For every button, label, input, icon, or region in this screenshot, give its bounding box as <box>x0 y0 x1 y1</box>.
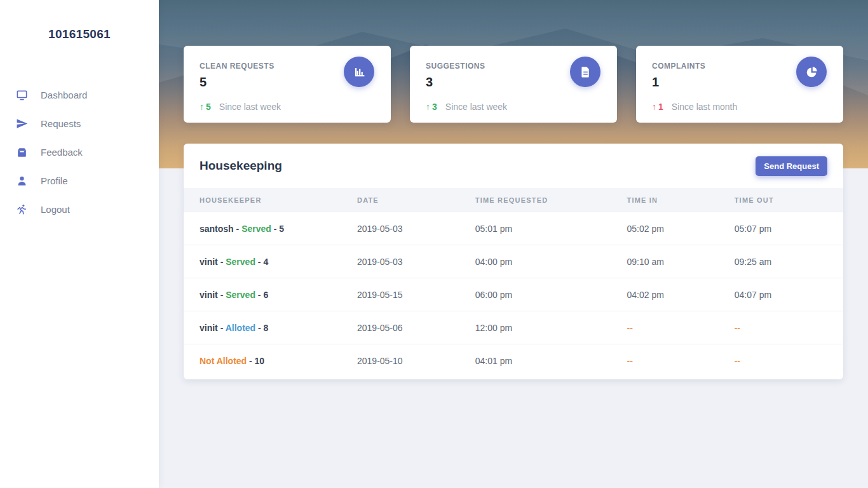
stats-row: CLEAN REQUESTS 5 ↑5 Since last week <box>184 46 843 123</box>
time-in-cell: -- <box>627 311 735 344</box>
time-requested-cell: 12:00 pm <box>475 311 627 344</box>
content: CLEAN REQUESTS 5 ↑5 Since last week <box>159 0 868 379</box>
sidebar-item-profile[interactable]: Profile <box>0 166 159 194</box>
date-cell: 2019-05-03 <box>357 245 475 278</box>
housekeeping-header: Housekeeping Send Request <box>184 144 843 188</box>
sidebar-item-requests[interactable]: Requests <box>0 109 159 137</box>
document-icon <box>570 57 600 87</box>
arrow-up-icon: ↑ <box>200 102 204 112</box>
arrow-up-icon: ↑ <box>652 102 656 112</box>
time-out-cell: 04:07 pm <box>735 278 843 311</box>
table-row: vinit - Served - 6 2019-05-15 06:00 pm 0… <box>184 278 843 311</box>
app-root: 101615061 Dashboard Requests <box>0 0 868 488</box>
sidebar-item-label: Feedback <box>41 147 83 158</box>
delta-value: 3 <box>432 102 437 112</box>
sidebar-item-label: Logout <box>41 204 70 215</box>
stat-footer: ↑1 Since last month <box>652 102 737 112</box>
date-cell: 2019-05-06 <box>357 311 475 344</box>
housekeeping-table: HOUSEKEEPER DATE TIME REQUESTED TIME IN … <box>184 188 843 377</box>
arrow-up-icon: ↑ <box>426 102 430 112</box>
time-out-cell: 05:07 pm <box>735 212 843 245</box>
housekeeper-cell: vinit - Served - 4 <box>184 245 357 278</box>
column-header-time-in: TIME IN <box>627 188 735 212</box>
time-in-cell: 09:10 am <box>627 245 735 278</box>
housekeeping-panel: Housekeeping Send Request HOUSEKEEPER DA… <box>184 144 843 379</box>
stat-footer: ↑3 Since last week <box>426 102 507 112</box>
table-row: vinit - Served - 4 2019-05-03 04:00 pm 0… <box>184 245 843 278</box>
housekeeping-table-body: santosh - Served - 5 2019-05-03 05:01 pm… <box>184 212 843 377</box>
user-icon <box>15 174 28 187</box>
table-row: Not Alloted - 10 2019-05-10 04:01 pm -- … <box>184 344 843 377</box>
time-in-cell: 04:02 pm <box>627 278 735 311</box>
housekeeper-cell: Not Alloted - 10 <box>184 344 357 377</box>
date-cell: 2019-05-15 <box>357 278 475 311</box>
delta-caption: Since last week <box>445 102 507 112</box>
column-header-housekeeper: HOUSEKEEPER <box>184 188 357 212</box>
main-area: CLEAN REQUESTS 5 ↑5 Since last week <box>159 0 868 488</box>
date-cell: 2019-05-03 <box>357 212 475 245</box>
sidebar-item-logout[interactable]: Logout <box>0 195 159 223</box>
time-in-cell: 05:02 pm <box>627 212 735 245</box>
sidebar-menu: Dashboard Requests Fee <box>0 81 159 223</box>
time-out-cell: 09:25 am <box>735 245 843 278</box>
sidebar-item-dashboard[interactable]: Dashboard <box>0 81 159 109</box>
time-requested-cell: 05:01 pm <box>475 212 627 245</box>
date-cell: 2019-05-10 <box>357 344 475 377</box>
delta-caption: Since last week <box>219 102 281 112</box>
stat-card-clean-requests: CLEAN REQUESTS 5 ↑5 Since last week <box>184 46 391 123</box>
sidebar-item-label: Profile <box>41 175 68 186</box>
column-header-time-requested: TIME REQUESTED <box>475 188 627 212</box>
time-requested-cell: 04:00 pm <box>475 245 627 278</box>
delta-value: 5 <box>206 102 211 112</box>
sidebar-item-feedback[interactable]: Feedback <box>0 138 159 166</box>
time-out-cell: -- <box>735 311 843 344</box>
housekeeper-cell: santosh - Served - 5 <box>184 212 357 245</box>
delta-value: 1 <box>658 102 663 112</box>
housekeeper-cell: vinit - Alloted - 8 <box>184 311 357 344</box>
time-out-cell: -- <box>735 344 843 377</box>
housekeeper-cell: vinit - Served - 6 <box>184 278 357 311</box>
time-requested-cell: 06:00 pm <box>475 278 627 311</box>
table-row: santosh - Served - 5 2019-05-03 05:01 pm… <box>184 212 843 245</box>
pie-chart-icon <box>796 57 827 87</box>
sidebar-title: 101615061 <box>0 0 159 41</box>
delta-up-indicator: ↑1 <box>652 102 663 112</box>
column-header-time-out: TIME OUT <box>735 188 843 212</box>
sidebar-item-label: Dashboard <box>41 90 87 100</box>
table-row: vinit - Alloted - 8 2019-05-06 12:00 pm … <box>184 311 843 344</box>
time-in-cell: -- <box>627 344 735 377</box>
stat-card-complaints: COMPLAINTS 1 ↑1 Since last month <box>636 46 843 123</box>
send-request-button[interactable]: Send Request <box>756 156 827 176</box>
running-man-icon <box>15 203 28 215</box>
stat-footer: ↑5 Since last week <box>200 102 281 112</box>
sidebar: 101615061 Dashboard Requests <box>0 0 159 488</box>
sidebar-item-label: Requests <box>41 118 81 129</box>
stat-card-suggestions: SUGGESTIONS 3 ↑3 Since last week <box>410 46 617 123</box>
delta-up-indicator: ↑3 <box>426 102 437 112</box>
archive-box-icon <box>15 146 28 158</box>
table-header: HOUSEKEEPER DATE TIME REQUESTED TIME IN … <box>184 188 843 212</box>
delta-up-indicator: ↑5 <box>200 102 211 112</box>
delta-caption: Since last month <box>672 102 738 112</box>
column-header-date: DATE <box>357 188 475 212</box>
time-requested-cell: 04:01 pm <box>475 344 627 377</box>
paper-plane-icon <box>15 117 28 130</box>
bar-chart-icon <box>344 57 374 87</box>
monitor-icon <box>15 88 28 101</box>
panel-title: Housekeeping <box>200 159 282 173</box>
